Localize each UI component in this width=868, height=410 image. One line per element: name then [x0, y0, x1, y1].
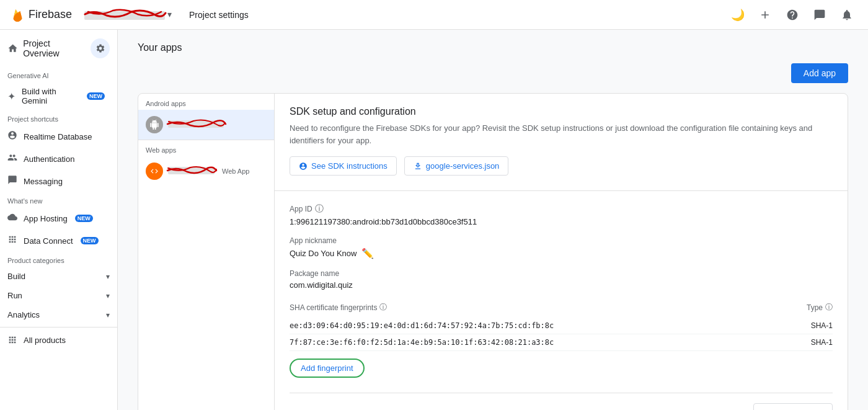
messaging-label: Messaging: [24, 177, 63, 186]
grid-icon: [7, 335, 17, 345]
sdk-divider: [275, 190, 848, 191]
gemini-label: Build with Gemini: [22, 87, 79, 105]
app-id-row: App ID ⓘ 1:996121197380:android:bb73d1d0…: [290, 203, 833, 226]
web-app-item[interactable]: Web App: [138, 156, 274, 186]
download-icon: [414, 162, 422, 171]
home-icon: [7, 43, 18, 54]
package-name-row: Package name com.widigital.quiz: [290, 269, 833, 290]
sidebar-item-data-connect[interactable]: Data Connect NEW: [0, 230, 112, 252]
sdk-title: SDK setup and configuration: [290, 106, 833, 117]
app-nickname-value: Quiz Do You Know: [290, 249, 356, 258]
sha-section: SHA certificate fingerprints ⓘ Type ⓘ ee…: [290, 302, 833, 378]
sha-value-0: ee:d3:09:64:d0:95:19:e4:0d:d1:6d:74:57:9…: [290, 321, 554, 330]
download-config-button[interactable]: google-services.json: [404, 156, 509, 176]
android-app-item[interactable]: [138, 110, 274, 140]
app-hosting-label: App Hosting: [24, 214, 68, 223]
authentication-icon: [7, 153, 17, 165]
top-nav: Firebase ▾ Project settings 🌙: [0, 0, 868, 30]
app-nickname-label: App nickname: [290, 236, 833, 245]
sidebar-all-products[interactable]: All products: [0, 330, 117, 350]
messaging-icon: [7, 175, 17, 187]
see-sdk-label: See SDK instructions: [311, 161, 388, 171]
gemini-icon: ✦: [7, 91, 16, 102]
build-chevron: ▾: [106, 272, 110, 281]
sidebar-item-realtime-db[interactable]: Realtime Database: [0, 125, 112, 148]
see-sdk-button[interactable]: See SDK instructions: [290, 156, 397, 176]
sha-type-label: Type ⓘ: [807, 302, 833, 313]
sidebar-project-overview[interactable]: Project Overview: [0, 32, 117, 65]
sha-help-icon[interactable]: ⓘ: [379, 302, 387, 313]
whats-new-section: What's new: [0, 192, 117, 207]
add-fingerprint-button[interactable]: Add fingerprint: [290, 359, 365, 378]
type-help-icon[interactable]: ⓘ: [825, 302, 833, 313]
app-id-help[interactable]: ⓘ: [315, 203, 324, 215]
realtime-db-label: Realtime Database: [24, 132, 92, 141]
sha-header: SHA certificate fingerprints ⓘ Type ⓘ: [290, 302, 833, 313]
sidebar-item-authentication[interactable]: Authentication: [0, 148, 112, 170]
project-settings-link[interactable]: Project settings: [189, 10, 249, 20]
sidebar-item-messaging[interactable]: Messaging: [0, 170, 112, 192]
sidebar-category-run[interactable]: Run ▾: [0, 286, 117, 305]
sha-value-1: 7f:87:ce:3e:f6:f0:f2:5d:1a:4e:b9:5a:10:1…: [290, 338, 554, 347]
sidebar-item-gemini[interactable]: ✦ Build with Gemini NEW: [0, 82, 112, 110]
messages-button[interactable]: [808, 4, 831, 26]
build-label: Build: [7, 272, 25, 281]
sdk-icon: [299, 162, 308, 171]
analytics-label: Analytics: [7, 310, 40, 319]
app-id-value: 1:996121197380:android:bb73d1d0bbcd380ce…: [290, 217, 833, 226]
sha-row-1: 7f:87:ce:3e:f6:f0:f2:5d:1a:4e:b9:5a:10:1…: [290, 334, 833, 351]
sdk-buttons: See SDK instructions google-services.jso…: [290, 156, 833, 176]
data-connect-badge: NEW: [81, 237, 99, 244]
edit-nickname-icon[interactable]: ✏️: [361, 247, 374, 259]
data-connect-icon: [7, 234, 17, 247]
web-app-badge: Web App: [222, 167, 249, 175]
hosting-icon: [7, 212, 17, 225]
firebase-name: Firebase: [29, 8, 72, 21]
data-connect-label: Data Connect: [24, 236, 73, 246]
web-app-icon: [146, 163, 163, 180]
dark-mode-button[interactable]: 🌙: [727, 4, 749, 26]
all-products-label: All products: [24, 336, 66, 345]
main-layout: Project Overview Generative AI ✦ Build w…: [0, 30, 868, 410]
sdk-panel: SDK setup and configuration Need to reco…: [275, 94, 848, 410]
download-label: google-services.json: [426, 161, 500, 171]
sha-row-0: ee:d3:09:64:d0:95:19:e4:0d:d1:6d:74:57:9…: [290, 318, 833, 334]
project-dropdown-arrow[interactable]: ▾: [167, 9, 172, 19]
web-apps-label: Web apps: [138, 140, 274, 156]
run-label: Run: [7, 291, 22, 300]
generative-ai-section: Generative AI: [0, 67, 117, 82]
notifications-button[interactable]: [836, 4, 858, 26]
sha-type-0: SHA-1: [811, 321, 833, 330]
sha-label: SHA certificate fingerprints ⓘ: [290, 302, 387, 313]
package-name-value: com.widigital.quiz: [290, 280, 833, 290]
redact-scribble: [82, 7, 167, 20]
add-app-row: Add app: [138, 63, 848, 83]
product-categories-section: Product categories: [0, 252, 117, 267]
android-apps-section: Android apps: [138, 94, 274, 110]
settings-gear[interactable]: [91, 38, 110, 58]
remove-app-button[interactable]: Remove this app: [753, 403, 833, 410]
analytics-chevron: ▾: [106, 311, 110, 319]
app-nickname-row: App nickname Quiz Do You Know ✏️: [290, 236, 833, 259]
database-icon: [7, 130, 17, 143]
nav-icons: 🌙: [727, 4, 858, 26]
sidebar-category-analytics[interactable]: Analytics ▾: [0, 305, 117, 324]
help-button[interactable]: [781, 4, 804, 26]
sha-type-1: SHA-1: [811, 338, 833, 347]
run-chevron: ▾: [106, 292, 110, 300]
firebase-icon: [10, 7, 25, 22]
apps-list: Android apps Web: [138, 94, 275, 410]
authentication-label: Authentication: [24, 154, 74, 164]
web-apps-section: Web apps Web App: [138, 140, 274, 186]
sidebar-item-app-hosting[interactable]: App Hosting NEW: [0, 207, 112, 230]
sidebar-category-build[interactable]: Build ▾: [0, 267, 117, 286]
remove-app-row: Remove this app: [290, 393, 833, 410]
sdk-description: Need to reconfigure the Firebase SDKs fo…: [290, 122, 833, 146]
add-app-button[interactable]: Add app: [791, 63, 848, 83]
add-button[interactable]: [754, 4, 776, 26]
firebase-logo: Firebase: [10, 7, 72, 22]
web-app-name-scribble: [166, 164, 218, 177]
app-hosting-badge: NEW: [75, 215, 93, 222]
project-selector[interactable]: ▾: [79, 7, 177, 22]
your-apps-title: Your apps: [138, 42, 848, 53]
